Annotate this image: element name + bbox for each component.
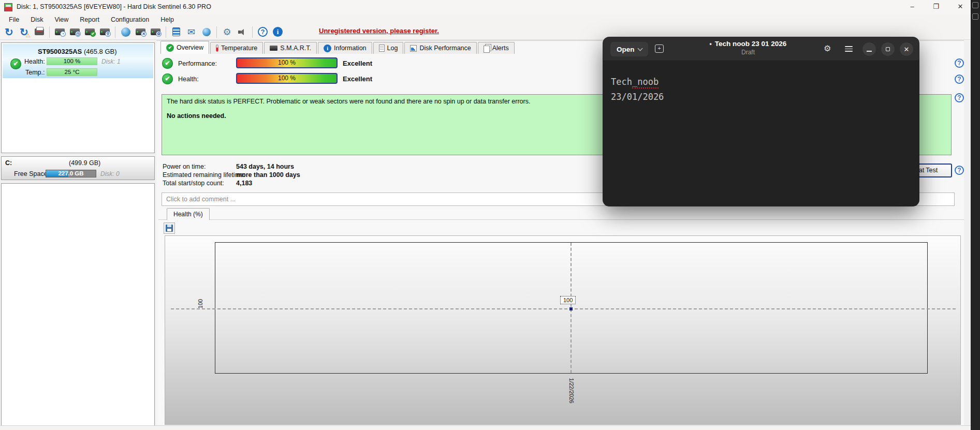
- disk-control-icon[interactable]: ✕: [134, 25, 148, 39]
- menu-disk[interactable]: Disk: [26, 16, 48, 24]
- menu-file[interactable]: File: [4, 16, 24, 24]
- stat-value: 543 days, 14 hours: [236, 163, 294, 170]
- health-help-icon[interactable]: ?: [955, 75, 964, 84]
- disk-temp-bar: 25 °C: [47, 68, 97, 76]
- editor-close-button[interactable]: ✕: [900, 42, 913, 56]
- info-icon[interactable]: i: [271, 25, 285, 39]
- editor-minimize-button[interactable]: [862, 42, 876, 56]
- toolbar-separator: [216, 26, 217, 38]
- restore-button[interactable]: ❐: [925, 0, 947, 14]
- disk-search-icon[interactable]: ⚲: [98, 25, 112, 39]
- graph-tab-health[interactable]: Health (%): [167, 208, 210, 220]
- data-point: [569, 307, 573, 310]
- document-title: •Tech noob 23 01 2026: [681, 40, 815, 48]
- overview-tab-icon: ✔: [166, 44, 174, 52]
- refresh-icon[interactable]: ↻: [2, 25, 16, 39]
- window-title: Disk: 1, ST9500325AS [6VEYEW80] - Hard D…: [17, 3, 211, 10]
- stat-label: Total start/stop count:: [163, 180, 224, 187]
- new-tab-icon[interactable]: +: [655, 45, 664, 53]
- main-tabs: ✔Overview Temperature S.M.A.R.T. iInform…: [160, 41, 515, 54]
- toolbar-separator: [166, 26, 166, 38]
- app-icon: [4, 3, 12, 11]
- information-tab-icon: i: [324, 45, 331, 52]
- free-space-label: Free Space: [14, 170, 48, 177]
- tab-disk-performance[interactable]: Disk Performance: [404, 42, 476, 54]
- smart-tab-icon: [270, 46, 277, 51]
- open-button[interactable]: Open: [610, 42, 648, 56]
- floppy-icon: [166, 225, 173, 232]
- disk-health-label: Health:: [24, 58, 45, 65]
- toolbar-separator: [49, 26, 50, 38]
- editor-text: Tech_noob23/01/2026: [611, 75, 664, 105]
- gridline-horizontal: [171, 308, 956, 309]
- disk-card-selected[interactable]: ST9500325AS (465.8 GB) ✔ Health: 100 % D…: [3, 44, 153, 78]
- tab-temperature[interactable]: Temperature: [210, 42, 263, 54]
- disk-health-bar: 100 %: [47, 57, 97, 65]
- help-icon[interactable]: ?: [256, 25, 270, 39]
- memo-icon[interactable]: [169, 25, 183, 39]
- tab-information[interactable]: iInformation: [318, 42, 372, 54]
- menubar: File Disk View Report Configuration Help: [0, 14, 980, 24]
- unsaved-dot-icon: •: [710, 40, 712, 48]
- close-button[interactable]: ✕: [949, 0, 971, 14]
- editor-maximize-button[interactable]: [881, 42, 895, 56]
- performance-gauge: 100 %: [236, 57, 338, 68]
- tab-log[interactable]: Log: [373, 42, 404, 54]
- menu-report[interactable]: Report: [75, 16, 104, 24]
- sound-icon[interactable]: [235, 25, 249, 39]
- background-window-edge: [971, 0, 980, 430]
- y-axis-tick-label: 100: [197, 293, 204, 314]
- dock-icon[interactable]: [972, 13, 978, 20]
- disk-gauge-icon[interactable]: ◔: [53, 25, 67, 39]
- test-help-icon[interactable]: ?: [955, 166, 964, 175]
- menu-icon[interactable]: [845, 46, 853, 52]
- volume-card[interactable]: C: (499.9 GB) Free Space 227.0 GB Disk: …: [1, 156, 155, 180]
- tab-smart[interactable]: S.M.A.R.T.: [264, 42, 317, 54]
- status-bar: [0, 425, 980, 430]
- dock-icon[interactable]: [972, 2, 978, 8]
- disk-tools-icon[interactable]: ⚙: [149, 25, 163, 39]
- tab-overview[interactable]: ✔Overview: [160, 41, 209, 54]
- settings-gear-icon[interactable]: ⚙: [220, 25, 234, 39]
- disk-status-icon[interactable]: ✔: [83, 25, 97, 39]
- toolbar-separator: [252, 26, 253, 38]
- minimize-button[interactable]: –: [901, 0, 923, 14]
- health-ok-icon: ✔: [162, 73, 173, 84]
- data-point-label: 100: [560, 296, 576, 304]
- text-editor-content[interactable]: Tech_noob23/01/2026: [603, 62, 919, 206]
- web-status-icon[interactable]: [199, 25, 213, 39]
- menu-help[interactable]: Help: [156, 16, 179, 24]
- disk-list-panel: ST9500325AS (465.8 GB) ✔ Health: 100 % D…: [1, 42, 155, 153]
- refresh-warning-icon[interactable]: ↻⚠: [17, 25, 31, 39]
- performance-help-icon[interactable]: ?: [955, 58, 964, 68]
- volume-size: (499.9 GB): [69, 159, 100, 167]
- menu-configuration[interactable]: Configuration: [106, 16, 154, 24]
- graph-tab-line: [158, 219, 964, 220]
- stat-value: 4,183: [236, 180, 252, 187]
- stat-label: Power on time:: [163, 163, 206, 170]
- menu-view[interactable]: View: [50, 16, 73, 24]
- disk-temp-label: Temp.:: [25, 69, 45, 76]
- chevron-down-icon: [637, 46, 642, 51]
- toolbar-separator: [115, 26, 115, 38]
- alerts-tab-icon: [484, 46, 490, 53]
- x-axis-tick-label: 1/22/2026: [567, 375, 575, 406]
- email-icon[interactable]: ✉: [184, 25, 198, 39]
- health-gauge: 100 %: [236, 73, 338, 84]
- stat-value: more than 1000 days: [236, 171, 300, 179]
- disk-number-badge: Disk: 1: [101, 58, 121, 65]
- save-graph-button[interactable]: [164, 223, 175, 234]
- stat-label: Estimated remaining lifetime:: [163, 171, 245, 179]
- misspelled-word: _noob: [632, 77, 659, 88]
- volume-disk-badge: Disk: 0: [100, 170, 120, 177]
- status-help-icon[interactable]: ?: [955, 93, 964, 102]
- register-link[interactable]: Unregistered version, please register.: [319, 27, 439, 35]
- tab-alerts[interactable]: Alerts: [478, 42, 515, 54]
- disk-card-header: ST9500325AS (465.8 GB): [38, 48, 117, 55]
- gear-icon[interactable]: ⚙: [824, 44, 831, 53]
- report-print-icon[interactable]: [32, 25, 46, 39]
- titlebar: Disk: 1, ST9500325AS [6VEYEW80] - Hard D…: [0, 0, 980, 14]
- disk-clock-icon[interactable]: ◷: [68, 25, 82, 39]
- network-disk-icon[interactable]: [119, 25, 133, 39]
- performance-rating: Excellent: [343, 60, 372, 67]
